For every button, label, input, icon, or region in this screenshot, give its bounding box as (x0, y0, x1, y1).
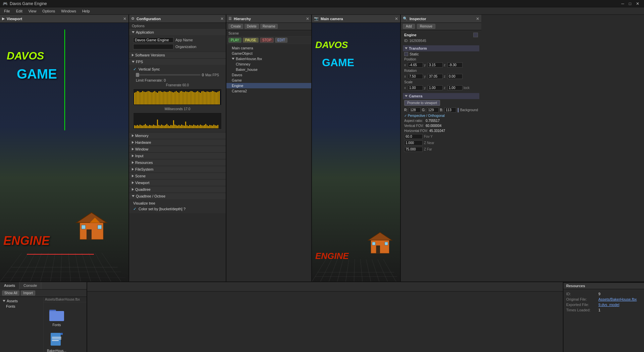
viewport-config-header[interactable]: Viewport (129, 180, 226, 186)
pos-x-input[interactable] (408, 62, 423, 68)
inspector-close[interactable]: ✕ (476, 16, 479, 21)
tree-item-main-camera[interactable]: Main camera (226, 45, 311, 51)
org-input[interactable] (133, 44, 173, 49)
memory-header[interactable]: Memory (129, 133, 226, 139)
tree-item-chimney[interactable]: Chimney (226, 61, 311, 67)
scale-z-input[interactable] (447, 85, 463, 90)
show-all-btn[interactable]: Show All (2, 291, 19, 296)
files-area: Assets/BakerHouse.fbx Fonts (44, 297, 87, 352)
menu-edit[interactable]: Edit (13, 8, 25, 14)
resources-config-header[interactable]: Resources (129, 160, 226, 166)
camera-viewport[interactable]: DAVOS GAME ENGINE (312, 23, 400, 281)
g-input[interactable] (427, 107, 439, 113)
scale-x-input[interactable] (408, 85, 423, 90)
application-header[interactable]: Application (129, 29, 226, 35)
remove-btn[interactable]: Remove (417, 24, 435, 29)
scene-config-header[interactable]: Scene (129, 173, 226, 179)
fovy-input[interactable] (404, 134, 423, 139)
camera-header[interactable]: Camera (403, 93, 479, 99)
res-original-value[interactable]: Assets/BakerHouse.fbx (598, 297, 637, 301)
tree-item-engine[interactable]: Engine (226, 83, 311, 88)
assets-toolbar: Show All Import (0, 290, 87, 297)
input-header[interactable]: Input (129, 153, 226, 159)
menu-help[interactable]: Help (79, 8, 93, 14)
viewport-close[interactable]: ✕ (123, 16, 126, 21)
fps-bars-2 (133, 113, 221, 129)
rename-btn[interactable]: Rename (260, 24, 278, 29)
static-check[interactable] (404, 52, 408, 56)
engine-checkbox[interactable] (473, 33, 478, 37)
asset-fonts-folder[interactable]: Fonts (45, 305, 68, 328)
menu-file[interactable]: File (1, 8, 13, 14)
hardware-header[interactable]: Hardware (129, 139, 226, 145)
r-input[interactable] (409, 107, 421, 113)
menu-windows[interactable]: Windows (58, 8, 79, 14)
config-scroll[interactable]: Application App Name Organization (129, 29, 226, 281)
hierarchy-tree[interactable]: Main camera GameObject BakerHouse.fbx Ch… (226, 44, 311, 281)
res-triangle (132, 161, 134, 164)
hierarchy-close[interactable]: ✕ (306, 16, 309, 21)
promote-btn[interactable]: Promote to viewport (404, 100, 440, 106)
tree-item-davos[interactable]: Davos (226, 72, 311, 78)
org-label: Organization (175, 45, 202, 49)
config-close[interactable]: ✕ (220, 16, 224, 21)
colorset-checkbox[interactable]: ✓ (133, 207, 137, 211)
stop-btn[interactable]: STOP (260, 38, 274, 43)
software-label: Software Versions (135, 53, 165, 57)
zfar-row: Z Far (403, 146, 479, 152)
minimize-btn[interactable]: ─ (621, 1, 624, 6)
scale-xyz-group: x y z lock (404, 85, 470, 90)
zfar-input[interactable] (404, 147, 423, 152)
assets-root[interactable]: Assets (1, 298, 42, 304)
svg-rect-13 (49, 311, 64, 321)
assets-tab[interactable]: Assets (0, 282, 19, 290)
res-exported-row: Exported File: 9.dvs_model (566, 302, 641, 307)
asset-bakerhouse[interactable]: BakerHous... (45, 331, 68, 352)
tree-item-camera2[interactable]: Camera2 (226, 88, 311, 94)
app-triangle (132, 31, 135, 33)
console-tab[interactable]: Console (19, 282, 41, 289)
quadtree-header[interactable]: Quadtree (129, 186, 226, 192)
milliseconds-label: Milliseconds 17.0 (133, 107, 222, 111)
rot-y-input[interactable] (428, 74, 443, 79)
viewport-canvas[interactable]: DAVOS GAME ENGINE (0, 23, 128, 281)
vsync-checkbox[interactable]: ✓ (133, 67, 137, 72)
rot-z-input[interactable] (447, 74, 463, 79)
transform-header[interactable]: Transform (403, 45, 479, 51)
edit-btn[interactable]: EDIT (275, 38, 287, 43)
menu-view[interactable]: View (26, 8, 39, 14)
maximize-btn[interactable]: □ (629, 1, 631, 6)
rot-x-input[interactable] (408, 74, 423, 79)
tree-item-game[interactable]: Game (226, 78, 311, 83)
tree-item-gameobject[interactable]: GameObject (226, 51, 311, 56)
scale-y-input[interactable] (428, 85, 443, 90)
pause-btn[interactable]: PAUSE (243, 38, 259, 43)
import-btn[interactable]: Import (21, 291, 35, 296)
title-text: Davos Game Engine (10, 1, 47, 6)
pos-z-input[interactable] (447, 62, 463, 68)
main-camera-close[interactable]: ✕ (395, 16, 398, 21)
znear-input[interactable] (404, 140, 423, 145)
close-btn[interactable]: ✕ (636, 1, 639, 6)
fps-content: ✓ Vertical Sync 0 Max FPS Limit Framerat… (129, 65, 226, 132)
pos-y-input[interactable] (428, 62, 443, 68)
app-name-input[interactable] (133, 37, 173, 43)
tree-item-baker-house[interactable]: Baker_house (226, 67, 311, 72)
create-btn[interactable]: Create (228, 24, 243, 29)
filesystem-header[interactable]: FileSystem (129, 166, 226, 172)
res-original-row: Original File: Assets/BakerHouse.fbx (566, 297, 641, 302)
software-header[interactable]: Software Versions (129, 52, 226, 58)
b-input[interactable] (444, 107, 456, 113)
window-header[interactable]: Window (129, 146, 226, 152)
fps-header[interactable]: FPS (129, 59, 226, 65)
play-btn[interactable]: PLAY (228, 38, 241, 43)
add-btn[interactable]: Add (403, 24, 415, 29)
menu-options[interactable]: Options (40, 8, 58, 14)
quadtree-octree-header[interactable]: Quadtree / Octree (129, 193, 226, 199)
res-exported-value[interactable]: 9.dvs_model (598, 303, 619, 307)
delete-btn[interactable]: Delete (245, 24, 259, 29)
tree-item-bakerhouse[interactable]: BakerHouse.fbx (226, 56, 311, 61)
fps-slider[interactable] (136, 74, 201, 76)
framerate-label: Framerate 60.0 (133, 83, 222, 87)
assets-fonts[interactable]: Fonts (1, 304, 42, 309)
